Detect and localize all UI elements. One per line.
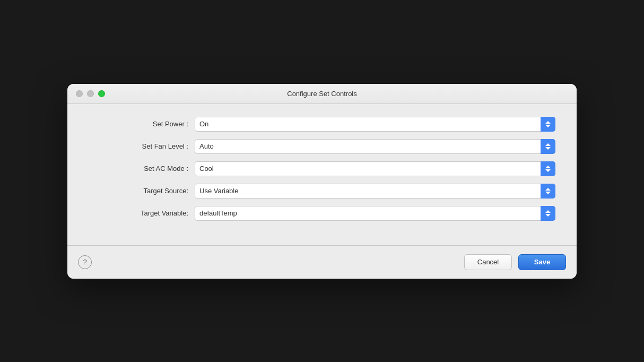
select-set-ac-mode[interactable]: Cool Heat Fan Auto Dry [195,161,555,176]
dialog-body: Set Power : On Off Set Fan Level : Auto … [67,104,577,241]
stepper-set-ac-mode[interactable] [541,161,555,176]
cancel-button[interactable]: Cancel [464,254,512,270]
label-set-power: Set Power : [89,120,195,128]
stepper-target-variable[interactable] [541,206,555,221]
title-bar: Configure Set Controls [67,84,577,104]
select-wrapper-set-ac-mode: Cool Heat Fan Auto Dry [195,161,555,176]
footer-actions: Cancel Save [464,254,566,270]
select-target-variable[interactable]: defaultTemp [195,206,555,221]
select-target-source[interactable]: Use Variable Use Value [195,184,555,199]
stepper-set-fan-level[interactable] [541,139,555,154]
form-row-target-variable: Target Variable: defaultTemp [89,206,555,221]
select-wrapper-set-fan-level: Auto Low Medium High [195,139,555,154]
stepper-set-power[interactable] [541,117,555,132]
traffic-light-maximize[interactable] [98,90,105,97]
window-title: Configure Set Controls [287,90,357,98]
select-wrapper-target-variable: defaultTemp [195,206,555,221]
select-set-fan-level[interactable]: Auto Low Medium High [195,139,555,154]
traffic-light-minimize[interactable] [87,90,94,97]
footer: ? Cancel Save [67,246,577,279]
traffic-lights [76,90,105,97]
stepper-target-source[interactable] [541,184,555,199]
select-wrapper-set-power: On Off [195,117,555,132]
select-set-power[interactable]: On Off [195,117,555,132]
help-button[interactable]: ? [78,255,92,269]
form-row-set-ac-mode: Set AC Mode : Cool Heat Fan Auto Dry [89,161,555,176]
select-wrapper-target-source: Use Variable Use Value [195,184,555,199]
label-target-source: Target Source: [89,187,195,195]
form-row-set-power: Set Power : On Off [89,117,555,132]
form-row-set-fan-level: Set Fan Level : Auto Low Medium High [89,139,555,154]
label-set-ac-mode: Set AC Mode : [89,165,195,173]
form-row-target-source: Target Source: Use Variable Use Value [89,184,555,199]
save-button[interactable]: Save [518,254,566,270]
dialog-window: Configure Set Controls Set Power : On Of… [67,84,577,279]
label-target-variable: Target Variable: [89,209,195,217]
traffic-light-close[interactable] [76,90,83,97]
label-set-fan-level: Set Fan Level : [89,142,195,150]
